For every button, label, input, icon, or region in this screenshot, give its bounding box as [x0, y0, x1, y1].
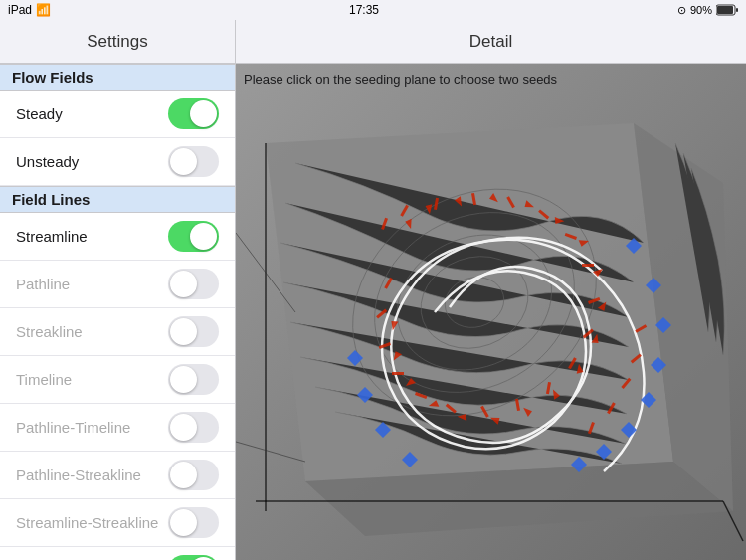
battery-indicator — [716, 4, 738, 16]
pathline-streakline-toggle[interactable] — [168, 460, 219, 490]
unsteady-label: Unsteady — [16, 153, 79, 170]
flow-visualization — [236, 64, 746, 560]
unsteady-row: Unsteady — [0, 138, 235, 186]
right-panel[interactable]: Please click on the seeding plane to cho… — [236, 64, 746, 560]
battery-percent: 90% — [690, 4, 712, 16]
instruction-text: Please click on the seeding plane to cho… — [244, 72, 557, 87]
status-right: ⊙ 90% — [677, 4, 738, 17]
battery-icon: ⊙ — [677, 4, 686, 17]
flow-fields-header: Flow Fields — [0, 64, 235, 91]
svg-rect-2 — [717, 6, 733, 14]
status-left: iPad 📶 — [8, 3, 51, 17]
pathline-streakline-label: Pathline-Streakline — [16, 467, 141, 483]
streamline-toggle[interactable] — [168, 221, 219, 252]
streakline-label: Streakline — [16, 323, 83, 340]
main-content: Flow Fields Steady Unsteady Field Lines … — [0, 64, 746, 560]
timeline-toggle-thumb — [170, 366, 197, 393]
pathline-timeline-toggle[interactable] — [168, 412, 219, 443]
status-bar: iPad 📶 17:35 ⊙ 90% — [0, 0, 746, 20]
pathline-timeline-toggle-thumb — [170, 414, 197, 441]
header: Settings Detail — [0, 20, 746, 64]
pathline-toggle[interactable] — [168, 269, 219, 299]
streamline-streakline-toggle[interactable] — [168, 507, 219, 538]
pathline-streakline-toggle-thumb — [170, 462, 197, 488]
ipad-label: iPad — [8, 3, 32, 17]
animation-row: Animation — [0, 547, 235, 560]
timeline-label: Timeline — [16, 371, 72, 388]
timeline-row: Timeline — [0, 356, 235, 404]
unsteady-toggle[interactable] — [168, 146, 219, 177]
pathline-label: Pathline — [16, 276, 70, 292]
svg-rect-47 — [392, 372, 404, 375]
field-lines-header: Field Lines — [0, 186, 235, 213]
svg-rect-1 — [736, 8, 738, 12]
streamline-streakline-row: Streamline-Streakline — [0, 499, 235, 547]
pathline-toggle-thumb — [170, 271, 197, 297]
steady-row: Steady — [0, 91, 235, 138]
timeline-toggle[interactable] — [168, 364, 219, 395]
streamline-row: Streamline — [0, 213, 235, 261]
animation-toggle[interactable] — [168, 555, 219, 560]
streamline-streakline-toggle-thumb — [170, 509, 197, 536]
streakline-row: Streakline — [0, 308, 235, 356]
steady-toggle[interactable] — [168, 98, 219, 129]
svg-rect-38 — [582, 264, 594, 267]
unsteady-toggle-thumb — [170, 148, 197, 175]
pathline-timeline-label: Pathline-Timeline — [16, 419, 130, 436]
detail-title: Detail — [236, 20, 746, 63]
settings-title: Settings — [0, 20, 236, 63]
left-panel: Flow Fields Steady Unsteady Field Lines … — [0, 64, 236, 560]
streamline-label: Streamline — [16, 228, 88, 245]
streamline-streakline-label: Streamline-Streakline — [16, 514, 158, 531]
status-time: 17:35 — [349, 3, 379, 17]
streamline-toggle-thumb — [190, 223, 217, 250]
streakline-toggle-thumb — [170, 318, 197, 345]
streakline-toggle[interactable] — [168, 316, 219, 347]
pathline-row: Pathline — [0, 261, 235, 308]
pathline-timeline-row: Pathline-Timeline — [0, 404, 235, 452]
wifi-icon: 📶 — [36, 3, 51, 17]
steady-label: Steady — [16, 105, 63, 122]
pathline-streakline-row: Pathline-Streakline — [0, 452, 235, 499]
viz-container[interactable] — [236, 64, 746, 560]
steady-toggle-thumb — [190, 100, 217, 127]
